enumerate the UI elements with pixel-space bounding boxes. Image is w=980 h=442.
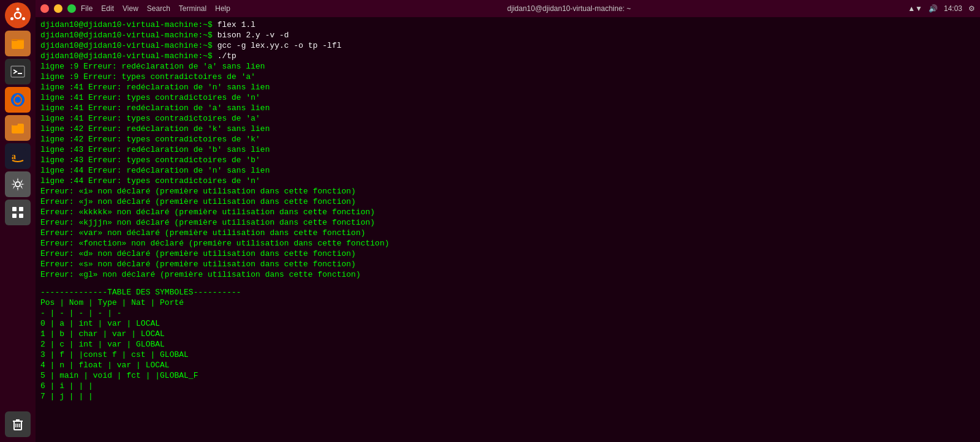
svg-rect-17	[12, 207, 17, 211]
svg-rect-20	[19, 214, 23, 218]
table-header-separator: --------------TABLE DES SYMBOLES--------…	[40, 287, 975, 298]
terminal-line: ligne :44 Erreur: types contradictoires …	[40, 176, 975, 186]
terminal-line: ligne :42 Erreur: types contradictoires …	[40, 134, 975, 144]
clock: 14:03	[944, 4, 962, 13]
terminal-line: ligne :41 Erreur: types contradictoires …	[40, 113, 975, 124]
terminal-line: ligne :9 Erreur: types contradictoires d…	[40, 72, 975, 82]
terminal-line: ligne :9 Erreur: redéclaration de 'a' sa…	[40, 61, 975, 72]
svg-text:a: a	[12, 152, 16, 161]
terminal-line: ligne :41 Erreur: types contradictoires …	[40, 92, 975, 103]
separator	[40, 280, 975, 287]
svg-rect-13	[12, 122, 18, 125]
files-icon[interactable]	[5, 31, 31, 56]
amazon-icon[interactable]: a	[5, 143, 31, 169]
menu-bar: File Edit View Search Terminal Help	[81, 4, 230, 13]
svg-rect-7	[12, 39, 24, 40]
terminal-icon[interactable]	[5, 59, 31, 84]
titlebar: File Edit View Search Terminal Help djid…	[36, 0, 980, 17]
trash-icon[interactable]	[5, 411, 31, 437]
menu-file[interactable]: File	[81, 4, 92, 13]
table-row: 5 | main | void | fct | |GLOBAL_F	[40, 370, 975, 381]
table-row: 1 | b | char | var | LOCAL	[40, 329, 975, 339]
table-row: 6 | i | | |	[40, 381, 975, 391]
settings-icon[interactable]	[5, 171, 31, 197]
window-title: djidan10@djidan10-virtual-machine: ~	[235, 4, 903, 13]
menu-help[interactable]: Help	[215, 4, 230, 13]
terminal-line: djidan10@djidan10-virtual-machine:~$ bis…	[40, 30, 975, 40]
svg-point-3	[22, 17, 25, 20]
menu-terminal[interactable]: Terminal	[179, 4, 206, 13]
volume-icon: 🔊	[929, 4, 938, 13]
ubuntu-icon[interactable]	[5, 2, 31, 28]
terminal-line: ligne :43 Erreur: types contradictoires …	[40, 155, 975, 165]
svg-point-16	[15, 182, 20, 187]
table-header: Pos | Nom | Type | Nat | Porté	[40, 298, 975, 308]
network-icon: ▲▼	[908, 4, 922, 13]
table-row: 3 | f | |const f | cst | GLOBAL	[40, 350, 975, 360]
svg-point-11	[15, 97, 21, 103]
menu-search[interactable]: Search	[147, 4, 170, 13]
terminal-line: Erreur: «kkkkk» non déclaré (première ut…	[40, 207, 975, 217]
terminal-line: ligne :44 Erreur: redéclaration de 'n' s…	[40, 165, 975, 176]
table-row: 7 | j | | |	[40, 391, 975, 402]
files2-icon[interactable]	[5, 115, 31, 141]
terminal-line: djidan10@djidan10-virtual-machine:~$ gcc…	[40, 40, 975, 51]
apps-icon[interactable]	[5, 200, 31, 225]
terminal-output[interactable]: djidan10@djidan10-virtual-machine:~$ fle…	[36, 17, 980, 442]
table-row: 2 | c | int | var | GLOBAL	[40, 339, 975, 350]
sidebar: a	[0, 0, 36, 442]
terminal-line: ligne :41 Erreur: redéclaration de 'n' s…	[40, 82, 975, 92]
svg-rect-8	[11, 66, 24, 77]
close-button[interactable]	[40, 4, 49, 13]
table-row-sep: - | - | - | - | -	[40, 308, 975, 318]
maximize-button[interactable]	[67, 4, 76, 13]
terminal-line: djidan10@djidan10-virtual-machine:~$ fle…	[40, 20, 975, 30]
terminal-line: Erreur: «j» non déclaré (première utilis…	[40, 197, 975, 207]
terminal-line: Erreur: «var» non déclaré (première util…	[40, 228, 975, 238]
terminal-line: Erreur: «gl» non déclaré (première utili…	[40, 269, 975, 280]
main-area: File Edit View Search Terminal Help djid…	[36, 0, 980, 442]
terminal-line: Erreur: «fonction» non déclaré (première…	[40, 238, 975, 249]
firefox-icon[interactable]	[5, 87, 31, 113]
terminal-line: Erreur: «i» non déclaré (première utilis…	[40, 186, 975, 197]
menu-view[interactable]: View	[123, 4, 138, 13]
terminal-line: Erreur: «d» non déclaré (première utilis…	[40, 249, 975, 259]
terminal-line: ligne :41 Erreur: redéclaration de 'a' s…	[40, 103, 975, 113]
terminal-line: Erreur: «kjjjn» non déclaré (première ut…	[40, 217, 975, 228]
terminal-line: Erreur: «s» non déclaré (première utilis…	[40, 259, 975, 269]
titlebar-right: ▲▼ 🔊 14:03 ⚙	[908, 4, 975, 13]
svg-rect-18	[19, 207, 23, 211]
terminal-line: djidan10@djidan10-virtual-machine:~$ ./t…	[40, 51, 975, 61]
power-icon: ⚙	[968, 4, 975, 13]
menu-edit[interactable]: Edit	[101, 4, 114, 13]
terminal-line: ligne :42 Erreur: redéclaration de 'k' s…	[40, 124, 975, 134]
minimize-button[interactable]	[54, 4, 62, 13]
terminal-line: ligne :43 Erreur: redéclaration de 'b' s…	[40, 144, 975, 155]
table-row: 4 | n | float | var | LOCAL	[40, 360, 975, 370]
svg-point-2	[17, 8, 20, 11]
table-row: 0 | a | int | var | LOCAL	[40, 318, 975, 329]
svg-rect-19	[12, 214, 17, 218]
svg-point-4	[10, 17, 13, 20]
